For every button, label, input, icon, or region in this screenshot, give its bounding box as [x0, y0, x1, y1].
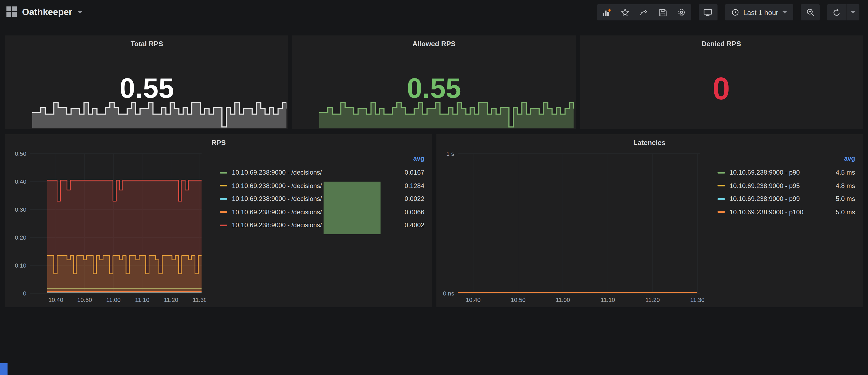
top-navbar: Oathkeeper — [0, 0, 868, 25]
svg-text:0.50: 0.50 — [15, 150, 26, 157]
svg-text:0 ns: 0 ns — [443, 290, 454, 297]
series-avg-value: 0.4002 — [390, 222, 425, 229]
svg-text:0.20: 0.20 — [15, 234, 26, 241]
series-color-swatch-icon[interactable] — [718, 198, 725, 200]
legend-row: 10.10.69.238:9000 - /decisions/0.4002 — [220, 219, 425, 232]
series-color-swatch-icon[interactable] — [220, 185, 228, 187]
svg-text:0.10: 0.10 — [15, 262, 26, 269]
time-range-caret-down-icon — [782, 11, 787, 13]
panel-title[interactable]: Total RPS — [5, 40, 288, 48]
series-color-swatch-icon[interactable] — [220, 198, 228, 200]
refresh-caret-down-icon — [851, 11, 855, 13]
zoom-out-group — [801, 4, 819, 21]
zoom-out-button[interactable] — [801, 4, 819, 21]
svg-text:0.30: 0.30 — [15, 206, 26, 213]
series-name[interactable]: 10.10.69.238:9000 - p100 — [730, 209, 821, 216]
panel-allowed-rps: Allowed RPS 0.55 — [293, 35, 576, 129]
total-rps-value: 0.55 — [5, 74, 288, 102]
svg-text:10:40: 10:40 — [49, 296, 63, 303]
svg-text:0: 0 — [23, 290, 26, 297]
svg-text:11:00: 11:00 — [555, 296, 570, 303]
refresh-interval-button[interactable] — [846, 4, 859, 21]
rps-chart-plot[interactable]: 00.100.200.300.400.5010:4010:5011:0011:1… — [10, 149, 206, 305]
dashboard-actions-group — [597, 4, 691, 21]
panel-title[interactable]: RPS — [5, 138, 432, 147]
settings-button[interactable] — [672, 4, 691, 21]
legend-row: 10.10.69.238:9000 - p904.5 ms — [718, 166, 856, 179]
legend-avg-header[interactable]: avg — [718, 155, 856, 166]
series-name[interactable]: 10.10.69.238:9000 - p95 — [730, 182, 821, 190]
series-avg-value: 0.0022 — [390, 195, 425, 203]
legend-row: 10.10.69.238:9000 - p995.0 ms — [718, 192, 856, 206]
panel-title[interactable]: Allowed RPS — [293, 40, 576, 48]
denied-rps-value: 0 — [580, 73, 863, 104]
svg-text:11:20: 11:20 — [164, 296, 178, 303]
dashboard-grid: Total RPS 0.55 Allowed RPS 0.55 Denied R… — [0, 25, 868, 307]
panel-rps: RPS 00.100.200.300.400.5010:4010:5011:00… — [5, 134, 432, 307]
dashboard-caret-down-icon[interactable] — [78, 11, 82, 13]
legend-row: 10.10.69.238:9000 - /decisions/0.0022 — [220, 192, 425, 206]
series-avg-value: 0.1284 — [390, 182, 425, 190]
add-panel-icon — [602, 8, 611, 17]
svg-text:11:30: 11:30 — [690, 296, 704, 303]
time-picker-group: Last 1 hour — [725, 4, 793, 21]
svg-text:11:00: 11:00 — [106, 296, 120, 303]
time-range-label: Last 1 hour — [743, 8, 778, 17]
svg-text:10:50: 10:50 — [77, 296, 92, 303]
series-color-swatch-icon[interactable] — [220, 211, 228, 213]
bottom-left-blue-accent — [0, 363, 7, 375]
svg-text:11:10: 11:10 — [135, 296, 149, 303]
svg-text:1 s: 1 s — [446, 150, 454, 157]
legend-row: 10.10.69.238:9000 - /decisions/0.1284 — [220, 179, 425, 192]
series-name[interactable]: 10.10.69.238:9000 - p99 — [730, 195, 821, 203]
zoom-out-icon — [806, 8, 814, 17]
gear-icon — [678, 8, 686, 17]
share-icon — [640, 8, 648, 17]
svg-text:0.40: 0.40 — [15, 178, 26, 185]
svg-text:10:40: 10:40 — [465, 296, 480, 303]
series-color-swatch-icon[interactable] — [220, 225, 228, 226]
refresh-button[interactable] — [827, 4, 846, 21]
legend-row: 10.10.69.238:9000 - /decisions/0.0167 — [220, 166, 425, 179]
legend-avg-header[interactable]: avg — [220, 155, 425, 166]
rps-legend: avg10.10.69.238:9000 - /decisions/0.0167… — [206, 149, 428, 305]
svg-text:11:30: 11:30 — [193, 296, 206, 303]
panel-latencies: Latencies 0 ns1 s10:4010:5011:0011:1011:… — [436, 134, 863, 307]
panel-title[interactable]: Latencies — [436, 138, 863, 147]
refresh-icon — [833, 8, 841, 17]
add-panel-button[interactable] — [597, 4, 616, 21]
panel-title[interactable]: Denied RPS — [580, 40, 863, 48]
series-color-swatch-icon[interactable] — [718, 185, 725, 187]
svg-text:10:50: 10:50 — [510, 296, 525, 303]
star-icon — [621, 8, 630, 17]
clock-icon — [732, 9, 739, 16]
time-range-button[interactable]: Last 1 hour — [725, 4, 793, 21]
series-color-swatch-icon[interactable] — [220, 172, 228, 174]
latencies-chart-plot[interactable]: 0 ns1 s10:4010:5011:0011:1011:2011:30 — [440, 149, 704, 305]
latencies-legend: avg10.10.69.238:9000 - p904.5 ms10.10.69… — [704, 149, 858, 305]
series-avg-value: 4.5 ms — [821, 169, 856, 177]
legend-row: 10.10.69.238:9000 - p954.8 ms — [718, 179, 856, 192]
tv-mode-group — [699, 4, 717, 21]
refresh-group — [827, 4, 859, 21]
legend-row: 10.10.69.238:9000 - p1005.0 ms — [718, 206, 856, 219]
grafana-dashboard: Oathkeeper — [0, 0, 868, 375]
series-avg-value: 0.0167 — [390, 169, 425, 177]
series-name[interactable]: 10.10.69.238:9000 - p90 — [730, 169, 821, 177]
dashboard-title[interactable]: Oathkeeper — [22, 7, 72, 18]
series-color-swatch-icon[interactable] — [718, 211, 725, 213]
series-color-swatch-icon[interactable] — [718, 172, 725, 174]
panel-total-rps: Total RPS 0.55 — [5, 35, 288, 129]
save-button[interactable] — [654, 4, 672, 21]
legend-row: 10.10.69.238:9000 - /decisions/0.0066 — [220, 206, 425, 219]
tv-mode-button[interactable] — [699, 4, 717, 21]
green-overlay-box — [323, 182, 380, 234]
series-avg-value: 4.8 ms — [821, 182, 856, 190]
monitor-icon — [704, 8, 712, 17]
panel-denied-rps: Denied RPS 0 — [580, 35, 863, 129]
apps-grid-icon[interactable] — [6, 6, 17, 19]
allowed-rps-value: 0.55 — [293, 74, 576, 102]
star-button[interactable] — [616, 4, 635, 21]
share-button[interactable] — [635, 4, 654, 21]
series-name[interactable]: 10.10.69.238:9000 - /decisions/ — [232, 169, 390, 177]
